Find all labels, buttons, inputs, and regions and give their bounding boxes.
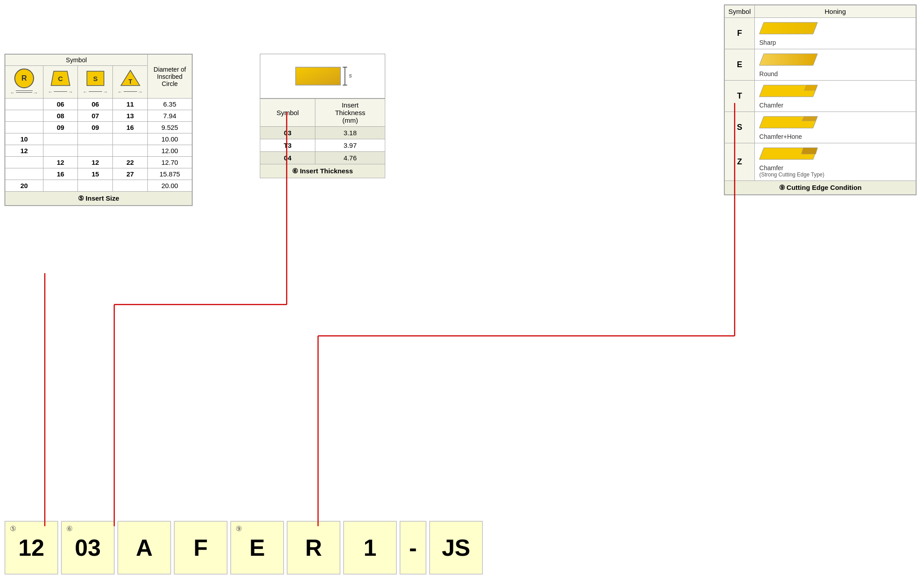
svg-text:s: s [349, 72, 352, 79]
svg-text:T: T [128, 78, 132, 85]
thickness-rect-diagram: s [293, 63, 352, 90]
code-box-JS: JS [429, 521, 483, 575]
code-box-03: ⑥ 03 [61, 521, 115, 575]
R-shape-icon: R [14, 69, 34, 88]
table-row: 033.18 [260, 127, 385, 139]
E-label: Round [759, 70, 911, 77]
table-row: Z Chamfer (Strong Cutting Edge Type) [725, 143, 916, 181]
svg-rect-6 [296, 67, 340, 85]
C-arrow: ←→ [47, 89, 73, 94]
code-value-1: 1 [364, 534, 377, 561]
insert-thickness-table: Symbol InsertThickness(mm) 033.18 T33.97… [260, 99, 385, 178]
code-box-E: ⑨ E [230, 521, 284, 575]
thickness-diagram: s [293, 63, 352, 90]
F-label: Sharp [759, 39, 911, 46]
table-row: T33.97 [260, 139, 385, 152]
S-honing-shape [759, 115, 822, 130]
ce-symbol-header: Symbol [725, 5, 755, 18]
code-sup-6: ⑥ [66, 524, 73, 533]
svg-marker-12 [759, 54, 818, 65]
svg-text:S: S [93, 75, 98, 82]
svg-text:C: C [58, 75, 63, 82]
code-box-1: 1 [343, 521, 397, 575]
table-row: F Sharp [725, 18, 916, 49]
table-row: 0606116.35 [5, 99, 192, 110]
E-honing-shape [759, 52, 822, 67]
ce-sym-Z: Z [725, 143, 755, 181]
ce-sym-T: T [725, 81, 755, 112]
S-arrow: ←→ [82, 89, 108, 94]
insert-thickness-footer: ⑥ Insert Thickness [260, 164, 385, 178]
C-shape-icon: C [50, 69, 71, 87]
code-value-F: F [194, 534, 208, 561]
Z-honing-shape [759, 146, 822, 161]
symbol-C: C ←→ [43, 66, 78, 99]
F-honing-shape [759, 21, 822, 36]
ce-sym-S: S [725, 112, 755, 143]
code-box-A: A [117, 521, 171, 575]
S-shape-icon: S [85, 69, 106, 87]
Z-label: Chamfer [759, 164, 911, 172]
symbol-T: T ←→ [113, 66, 148, 99]
table-row: E Round [725, 49, 916, 81]
table-row: 0909169.525 [5, 122, 192, 133]
T-arrow: ←→ [117, 89, 143, 94]
thickness-val-header: InsertThickness(mm) [315, 99, 385, 127]
code-box-R: R [287, 521, 340, 575]
code-value-dash: - [409, 534, 417, 561]
code-box-dash: - [400, 521, 426, 575]
ce-honing-header: Honing [755, 5, 916, 18]
T-label: Chamfer [759, 102, 911, 109]
cutting-edge-section: Symbol Honing F [724, 4, 917, 195]
cutting-edge-footer: ⑨ Cutting Edge Condition [725, 181, 916, 195]
S-label: Chamfer+Hone [759, 133, 911, 140]
thickness-diagram-box: s [260, 54, 385, 99]
table-row: 1010.00 [5, 133, 192, 145]
insert-size-footer: ⑤ Insert Size [5, 192, 192, 206]
table-row: 1212.00 [5, 145, 192, 157]
Z-sub-label: (Strong Cutting Edge Type) [759, 172, 911, 178]
T-shape-icon: T [120, 69, 141, 87]
table-row: 2020.00 [5, 180, 192, 192]
ce-honing-F: Sharp [755, 18, 916, 49]
svg-marker-11 [759, 22, 818, 34]
code-value-E: E [250, 534, 265, 561]
table-row: S Chamfer+Hone [725, 112, 916, 143]
insert-thickness-section: s Symbol InsertThickness(mm) 033.18 T33.… [260, 54, 385, 178]
code-value-A: A [136, 534, 153, 561]
table-row: 12122212.70 [5, 157, 192, 168]
code-value-JS: JS [442, 534, 470, 561]
cutting-edge-table: Symbol Honing F [724, 5, 916, 195]
symbol-header: Symbol [5, 55, 148, 66]
insert-size-table: Symbol Diameter ofInscribedCircle R ←→ [4, 54, 193, 206]
ce-honing-Z: Chamfer (Strong Cutting Edge Type) [755, 143, 916, 181]
ce-honing-S: Chamfer+Hone [755, 112, 916, 143]
code-sup-5: ⑤ [10, 524, 16, 533]
table-row: T Chamfer [725, 81, 916, 112]
T-honing-shape [759, 83, 822, 99]
ce-sym-E: E [725, 49, 755, 81]
table-row: 0807137.94 [5, 110, 192, 122]
ce-sym-F: F [725, 18, 755, 49]
code-value-R: R [305, 534, 322, 561]
code-value-03: 03 [75, 534, 101, 561]
code-row: ⑤ 12 ⑥ 03 A F ⑨ E R 1 - JS [4, 521, 483, 575]
table-row: 16152715.875 [5, 168, 192, 180]
code-sup-9: ⑨ [236, 524, 242, 533]
diameter-header: Diameter ofInscribedCircle [147, 55, 192, 99]
thickness-sym-header: Symbol [260, 99, 315, 127]
code-box-F: F [174, 521, 228, 575]
symbol-S: S ←→ [78, 66, 113, 99]
ce-honing-E: Round [755, 49, 916, 81]
table-row: 044.76 [260, 152, 385, 164]
ce-honing-T: Chamfer [755, 81, 916, 112]
code-value-12: 12 [18, 534, 44, 561]
code-box-12: ⑤ 12 [4, 521, 58, 575]
svg-marker-14 [804, 85, 818, 90]
symbol-R: R ←→ [5, 66, 43, 99]
svg-marker-18 [801, 148, 818, 154]
svg-marker-16 [802, 116, 818, 121]
